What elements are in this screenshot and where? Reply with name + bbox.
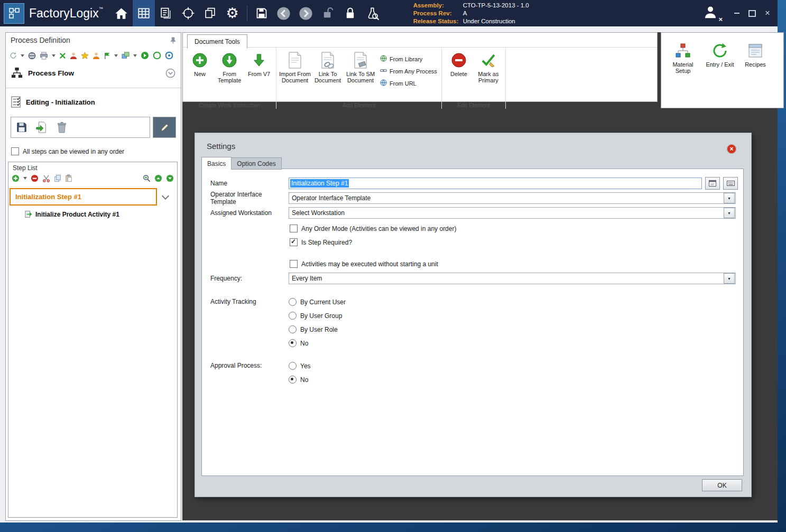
record-icon[interactable] <box>153 51 161 60</box>
paste-step-icon[interactable] <box>65 174 72 182</box>
frequency-dropdown[interactable]: Every Item <box>289 273 736 284</box>
activity-row[interactable]: Initialize Product Activity #1 <box>8 206 177 218</box>
link-to-sm-document-button[interactable]: Link To SM Document <box>344 49 377 101</box>
tab-basics[interactable]: Basics <box>201 157 232 170</box>
from-library-button[interactable]: From Library <box>380 55 437 63</box>
navigator-button[interactable] <box>177 0 199 26</box>
radio-tracking-no[interactable]: No <box>289 339 346 348</box>
delete-step-button[interactable] <box>53 119 70 135</box>
cut-icon[interactable] <box>59 52 66 59</box>
dropdown-caret-icon[interactable] <box>21 54 24 57</box>
radio-icon[interactable] <box>289 362 297 370</box>
radio-icon[interactable] <box>289 325 297 333</box>
minimize-button[interactable] <box>734 13 739 14</box>
dropdown-caret-icon[interactable] <box>114 54 118 57</box>
new-button[interactable]: New <box>185 49 215 101</box>
dropdown-caret-icon[interactable] <box>133 54 137 57</box>
move-down-icon[interactable] <box>166 174 174 182</box>
user-red-icon[interactable] <box>70 52 77 60</box>
import-step-button[interactable] <box>33 119 50 135</box>
process-definition-button[interactable] <box>133 0 155 26</box>
dialog-close-button[interactable] <box>727 144 736 154</box>
process-flow-header[interactable]: Process Flow <box>6 63 181 82</box>
remove-step-icon[interactable] <box>31 174 39 182</box>
radio-icon[interactable] <box>289 298 297 306</box>
maximize-button[interactable] <box>748 10 756 17</box>
from-any-process-button[interactable]: From Any Process <box>380 67 437 75</box>
go-icon[interactable] <box>141 51 149 60</box>
any-order-mode-checkbox[interactable] <box>290 225 298 232</box>
mark-as-primary-button[interactable]: Mark as Primary <box>474 49 503 101</box>
radio-icon[interactable] <box>289 312 297 320</box>
radio-icon[interactable] <box>289 339 297 347</box>
web-icon[interactable] <box>28 52 36 60</box>
step-expander[interactable] <box>157 195 174 199</box>
is-step-required-checkbox[interactable] <box>290 238 298 246</box>
save-button[interactable] <box>251 0 273 26</box>
pin-icon[interactable] <box>170 36 176 44</box>
save-step-button[interactable] <box>13 119 30 135</box>
radio-by-user-role[interactable]: By User Role <box>289 325 346 334</box>
forward-button[interactable] <box>295 0 317 26</box>
ok-button[interactable]: OK <box>702 479 742 491</box>
activities-without-unit-checkbox[interactable] <box>290 260 298 268</box>
entry-exit-button[interactable]: Entry / Exit <box>704 39 736 68</box>
tab-option-codes[interactable]: Option Codes <box>231 157 281 170</box>
delete-element-button[interactable]: Delete <box>444 49 474 101</box>
recipes-button[interactable]: Recipes <box>741 39 770 68</box>
collapse-section-icon[interactable] <box>165 68 175 78</box>
user-orange-icon[interactable] <box>93 52 100 60</box>
home-button[interactable] <box>110 0 133 26</box>
unlock-button[interactable] <box>317 0 339 26</box>
radio-by-user-group[interactable]: By User Group <box>289 311 346 320</box>
keyboard-button[interactable] <box>723 177 738 190</box>
move-up-icon[interactable] <box>154 174 162 182</box>
zoom-steps-icon[interactable] <box>143 174 151 182</box>
dropdown-arrow-icon[interactable] <box>724 193 735 203</box>
cut-step-icon[interactable] <box>42 174 50 182</box>
operator-interface-dropdown[interactable]: Operator Interface Template <box>289 192 736 204</box>
from-template-button[interactable]: From Template <box>215 49 244 101</box>
flag-icon[interactable] <box>104 52 110 60</box>
step-row[interactable]: Initialization Step #1 <box>10 188 174 206</box>
back-button[interactable] <box>273 0 295 26</box>
workstation-dropdown[interactable]: Select Workstation <box>289 207 736 219</box>
close-button[interactable] <box>765 10 770 16</box>
link-to-document-button[interactable]: Link To Document <box>311 49 344 101</box>
selected-step[interactable]: Initialization Step #1 <box>10 188 157 206</box>
dropdown-caret-icon[interactable] <box>23 177 27 180</box>
name-input[interactable]: Initialization Step #1 <box>289 178 702 189</box>
is-step-required-row[interactable]: Is Step Required? <box>290 238 743 247</box>
layers-icon[interactable] <box>122 52 130 60</box>
logout-user-button[interactable] <box>702 4 718 22</box>
print-icon[interactable] <box>40 52 48 60</box>
radio-by-current-user[interactable]: By Current User <box>289 297 346 306</box>
any-order-checkbox[interactable] <box>11 147 19 155</box>
lock-button[interactable] <box>339 0 362 26</box>
any-order-checkbox-row[interactable]: All steps can be viewed in any order <box>6 138 181 155</box>
tab-document-tools[interactable]: Document Tools <box>187 34 247 49</box>
open-editor-button[interactable] <box>705 177 720 190</box>
info-icon[interactable] <box>165 51 173 60</box>
material-setup-button[interactable]: Material Setup <box>667 39 699 74</box>
edit-mode-button[interactable] <box>153 117 176 138</box>
radio-approval-yes[interactable]: Yes <box>289 361 311 370</box>
copy-step-icon[interactable] <box>54 174 61 182</box>
from-v7-button[interactable]: From V7 <box>244 49 274 101</box>
activities-without-unit-row[interactable]: Activities may be executed without start… <box>290 259 743 268</box>
dropdown-arrow-icon[interactable] <box>724 273 735 284</box>
dropdown-caret-icon[interactable] <box>52 54 56 57</box>
refresh-icon[interactable] <box>10 52 17 59</box>
dropdown-arrow-icon[interactable] <box>724 208 735 218</box>
radio-icon[interactable] <box>289 376 297 384</box>
audit-search-button[interactable] <box>362 0 384 26</box>
favorite-star-icon[interactable] <box>81 52 89 60</box>
add-step-icon[interactable] <box>12 174 20 182</box>
import-from-document-button[interactable]: Import From Document <box>279 49 311 101</box>
settings-gear-button[interactable] <box>221 0 244 26</box>
copy-documents-button[interactable] <box>199 0 221 26</box>
documents-button[interactable] <box>155 0 177 26</box>
any-order-mode-row[interactable]: Any Order Mode (Activities can be viewed… <box>290 224 743 233</box>
from-url-button[interactable]: From URL <box>380 79 437 87</box>
radio-approval-no[interactable]: No <box>289 375 311 384</box>
